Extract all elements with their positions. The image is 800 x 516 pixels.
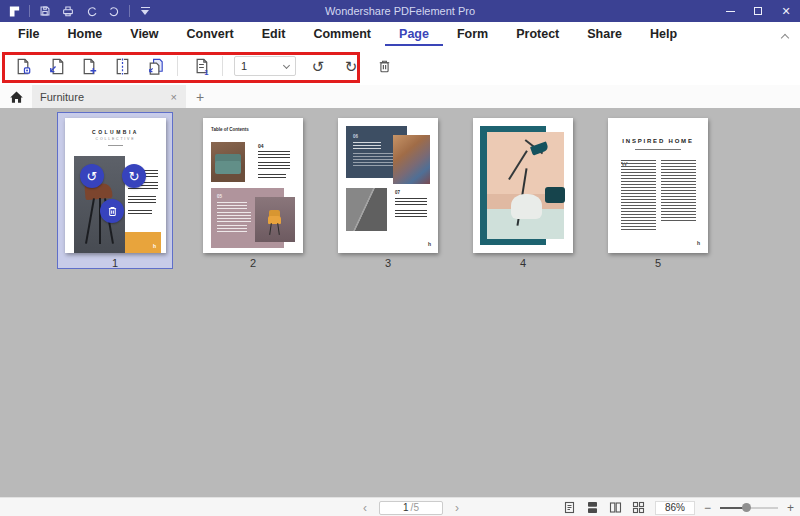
collapse-toolbar-icon[interactable] [781, 34, 789, 42]
menu-form[interactable]: Form [443, 23, 502, 47]
page3-section-number-1: 06 [353, 134, 358, 139]
statusbar: ‹ 1 /5 › 86% − + [0, 497, 800, 516]
menu-help[interactable]: Help [636, 23, 691, 47]
chevron-down-icon [283, 62, 290, 69]
home-tab-button[interactable] [0, 85, 32, 108]
menu-comment[interactable]: Comment [299, 23, 385, 47]
page-toolbar: 1 1 ↺ ↻ [0, 47, 800, 85]
text-lines-placeholder [661, 160, 696, 222]
page-labels-icon[interactable]: 1 [189, 55, 211, 77]
next-page-icon[interactable]: › [455, 502, 459, 514]
document-tab-furniture[interactable]: Furniture × [32, 85, 186, 108]
page3-people-photo [393, 135, 430, 184]
close-button[interactable]: ✕ [772, 0, 800, 22]
titlebar-separator [29, 5, 30, 17]
tab-label: Furniture [40, 91, 84, 103]
current-page: 1 [403, 502, 409, 513]
menu-share[interactable]: Share [573, 23, 636, 47]
page4-interior-photo [487, 132, 564, 239]
text-lines-placeholder [395, 198, 427, 207]
menu-edit[interactable]: Edit [248, 23, 300, 47]
page-number-select[interactable]: 1 [234, 56, 296, 76]
page-thumbnail-4[interactable] [473, 118, 573, 253]
page1-subtitle: COLLECTIVE [65, 137, 166, 141]
text-lines-placeholder [128, 210, 152, 215]
page-thumbnail-5[interactable]: INSPIRED HOME W h [608, 118, 708, 253]
page5-subtitle-line [635, 149, 681, 150]
redo-icon[interactable] [106, 3, 122, 19]
minimize-button[interactable] [716, 0, 744, 22]
maximize-button[interactable] [744, 0, 772, 22]
zoom-level-display[interactable]: 86% [655, 501, 695, 515]
titlebar-separator [129, 5, 130, 17]
page-number-value: 1 [241, 60, 247, 72]
page1-title: COLUMBIA [65, 129, 166, 135]
overlay-rotate-right-button[interactable]: ↻ [122, 164, 146, 188]
overlay-rotate-left-button[interactable]: ↺ [80, 164, 104, 188]
menu-protect[interactable]: Protect [502, 23, 573, 47]
customize-toolbar-icon[interactable] [137, 3, 153, 19]
menu-convert[interactable]: Convert [173, 23, 248, 47]
page5-brand-mark: h [697, 240, 700, 246]
pagination-control: ‹ 1 /5 › [363, 498, 459, 516]
text-lines-placeholder [258, 151, 290, 159]
menu-home[interactable]: Home [54, 23, 117, 47]
rotate-right-icon[interactable]: ↻ [340, 55, 362, 77]
page-number-label-1: 1 [57, 257, 173, 271]
extract-pages-icon[interactable] [12, 55, 34, 77]
pdfelement-window: Wondershare PDFelement Pro ✕ File Home V… [0, 0, 800, 516]
grid-view-icon[interactable] [632, 501, 646, 515]
toolbar-separator [177, 56, 178, 76]
continuous-scroll-view-icon[interactable] [586, 501, 600, 515]
delete-pages-icon[interactable] [373, 55, 395, 77]
page2-sofa-photo [211, 142, 245, 182]
add-blank-page-icon[interactable] [78, 55, 100, 77]
rotate-right-icon: ↻ [129, 170, 140, 183]
page1-brand-mark: h [153, 243, 156, 249]
rotate-left-icon: ↺ [87, 170, 98, 183]
split-document-icon[interactable] [111, 55, 133, 77]
undo-icon[interactable] [83, 3, 99, 19]
zoom-out-button[interactable]: − [704, 502, 711, 514]
tab-close-icon[interactable]: × [171, 91, 177, 103]
single-page-view-icon[interactable] [563, 501, 577, 515]
page-number-label-2: 2 [203, 257, 303, 271]
page-number-label-5: 5 [608, 257, 708, 271]
menu-view[interactable]: View [116, 23, 172, 47]
two-page-view-icon[interactable] [609, 501, 623, 515]
text-lines-placeholder [128, 196, 156, 203]
menu-page[interactable]: Page [385, 23, 443, 46]
text-lines-placeholder [621, 160, 656, 232]
rotate-left-icon[interactable]: ↺ [307, 55, 329, 77]
text-lines-placeholder [395, 210, 427, 218]
page-number-label-3: 3 [338, 257, 438, 271]
menu-file[interactable]: File [4, 23, 54, 47]
print-icon[interactable] [60, 3, 76, 19]
overlay-delete-button[interactable] [100, 199, 124, 223]
zoom-slider-thumb[interactable] [742, 503, 751, 512]
replace-pages-icon[interactable] [144, 55, 166, 77]
page2-chair-photo [255, 197, 295, 242]
page3-fabric-photo [346, 188, 387, 231]
page-thumbnails-canvas: COLUMBIA COLLECTIVE h ↺ ↻ [0, 108, 800, 497]
total-pages: /5 [411, 502, 419, 513]
app-logo-icon [6, 3, 22, 19]
zoom-in-button[interactable]: + [787, 502, 794, 514]
zoom-slider[interactable] [720, 503, 778, 513]
page1-orange-block: h [125, 232, 161, 253]
previous-page-icon[interactable]: ‹ [363, 502, 367, 514]
page-number-label-4: 4 [473, 257, 573, 271]
titlebar: Wondershare PDFelement Pro ✕ [0, 0, 800, 22]
page-indicator-input[interactable]: 1 /5 [379, 501, 443, 515]
new-tab-button[interactable]: + [186, 85, 214, 108]
menubar: File Home View Convert Edit Comment Page… [0, 22, 800, 47]
svg-text:1: 1 [204, 68, 209, 77]
page-thumbnail-1[interactable]: COLUMBIA COLLECTIVE h [65, 118, 166, 253]
page-thumbnail-2[interactable]: Table of Contents 04 05 [203, 118, 303, 253]
save-icon[interactable] [37, 3, 53, 19]
page-thumbnail-3[interactable]: 06 07 h [338, 118, 438, 253]
insert-pages-icon[interactable] [45, 55, 67, 77]
tabbar: Furniture × + [0, 85, 800, 108]
toolbar-separator [222, 56, 223, 76]
page2-toc-number-1: 04 [258, 143, 264, 149]
